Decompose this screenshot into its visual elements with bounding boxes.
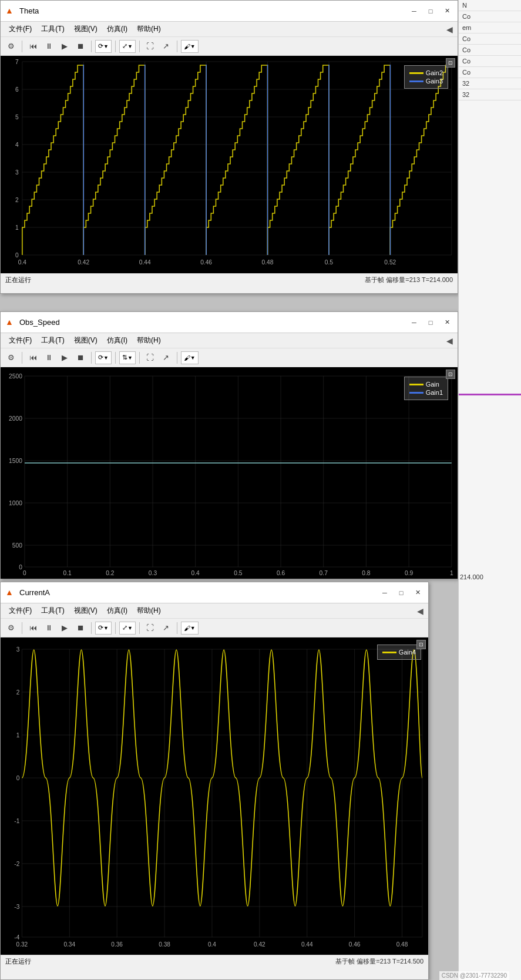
theta-menu-help[interactable]: 帮助(H) xyxy=(133,23,164,35)
currenta-menu-sim[interactable]: 仿真(I) xyxy=(103,605,131,617)
theta-nav-dropdown[interactable]: ⤢▼ xyxy=(119,40,136,53)
obs-window-controls: ─ □ ✕ xyxy=(408,317,453,328)
theta-window-controls: ─ □ ✕ xyxy=(408,6,453,16)
currenta-play-btn[interactable]: ▶ xyxy=(58,621,72,635)
obs-close-btn[interactable]: ✕ xyxy=(441,317,453,328)
obs-title: Obs_Speed xyxy=(19,318,408,327)
theta-close-btn[interactable]: ✕ xyxy=(441,6,453,16)
currenta-close-btn[interactable]: ✕ xyxy=(412,588,423,598)
svg-text:-2: -2 xyxy=(14,861,19,867)
obs-legend-gain1: Gain1 xyxy=(409,389,443,396)
currenta-rewind-btn[interactable]: ⏮ xyxy=(26,621,40,635)
obs-sep4 xyxy=(139,352,140,364)
theta-title: Theta xyxy=(19,6,408,15)
currenta-expand-btn[interactable]: ⊡ xyxy=(416,640,426,649)
svg-text:2000: 2000 xyxy=(9,415,22,422)
sidebar-accent-line xyxy=(459,394,521,395)
svg-text:0.42: 0.42 xyxy=(254,941,265,948)
obs-title-bar: ▲ Obs_Speed ─ □ ✕ xyxy=(1,312,458,333)
currenta-fit-btn[interactable]: ⛶ xyxy=(143,621,157,635)
sidebar-item-n: N xyxy=(459,0,521,11)
obs-menu-sim[interactable]: 仿真(I) xyxy=(103,334,131,347)
obs-play-btn[interactable]: ▶ xyxy=(58,351,72,365)
theta-pause-btn[interactable]: ⏸ xyxy=(42,39,56,53)
theta-maximize-btn[interactable]: □ xyxy=(425,6,436,16)
currenta-style-dropdown[interactable]: 🖌▼ xyxy=(181,622,199,635)
currenta-source-dropdown[interactable]: ⟳▼ xyxy=(95,622,112,635)
currenta-menu-help[interactable]: 帮助(H) xyxy=(133,605,164,617)
currenta-svg-plot: 3 2 1 0 -1 -2 -3 -4 0.32 0.34 0.36 0.38 … xyxy=(1,637,428,955)
obs-expand-btn[interactable]: ⊡ xyxy=(446,370,455,379)
svg-rect-74 xyxy=(1,637,428,955)
obs-menu-file[interactable]: 文件(F) xyxy=(5,334,35,347)
theta-rewind-btn[interactable]: ⏮ xyxy=(26,39,40,53)
currenta-cursor-btn[interactable]: ↗ xyxy=(159,621,173,635)
obs-rewind-btn[interactable]: ⏮ xyxy=(26,351,40,365)
currenta-stop-btn[interactable]: ⏹ xyxy=(73,621,88,635)
theta-title-bar: ▲ Theta ─ □ ✕ xyxy=(1,1,458,22)
obs-pause-btn[interactable]: ⏸ xyxy=(42,351,56,365)
theta-legend-gain2: Gain2 xyxy=(409,69,443,76)
theta-stop-btn[interactable]: ⏹ xyxy=(73,39,88,53)
svg-text:0: 0 xyxy=(16,775,20,781)
obs-fit-btn[interactable]: ⛶ xyxy=(143,351,157,365)
theta-menu-tools[interactable]: 工具(T) xyxy=(38,23,68,35)
currenta-menu-file[interactable]: 文件(F) xyxy=(5,605,35,617)
currenta-menu-view[interactable]: 视图(V) xyxy=(70,605,101,617)
svg-text:1000: 1000 xyxy=(9,500,22,506)
obs-cursor-btn[interactable]: ↗ xyxy=(159,351,173,365)
svg-text:0.4: 0.4 xyxy=(191,570,200,576)
svg-text:0.5: 0.5 xyxy=(234,570,243,576)
obs-settings-btn[interactable]: ⚙ xyxy=(4,351,18,365)
watermark: CSDN @2301-77732290 xyxy=(439,971,509,980)
obs-nav-dropdown[interactable]: ⇅▼ xyxy=(119,351,136,364)
theta-fit-btn[interactable]: ⛶ xyxy=(143,39,157,53)
svg-text:3: 3 xyxy=(15,169,19,176)
currenta-minimize-btn[interactable]: ─ xyxy=(379,588,391,598)
theta-plot-area: ⊡ Gain2 Gain3 xyxy=(1,56,458,273)
currenta-menu-arrow[interactable]: ◀ xyxy=(417,606,423,616)
svg-text:0: 0 xyxy=(19,564,22,570)
theta-menu-arrow[interactable]: ◀ xyxy=(446,25,453,34)
svg-text:-4: -4 xyxy=(14,934,19,941)
theta-expand-btn[interactable]: ⊡ xyxy=(446,58,455,68)
theta-play-btn[interactable]: ▶ xyxy=(58,39,72,53)
theta-settings-btn[interactable]: ⚙ xyxy=(4,39,18,53)
sidebar-item-co4: Co xyxy=(459,56,521,67)
theta-menu-view[interactable]: 视图(V) xyxy=(70,23,101,35)
svg-text:1500: 1500 xyxy=(9,458,22,464)
svg-rect-0 xyxy=(1,56,458,273)
theta-menu-sim[interactable]: 仿真(I) xyxy=(103,23,131,35)
currenta-maximize-btn[interactable]: □ xyxy=(395,588,407,598)
obs-menu-help[interactable]: 帮助(H) xyxy=(133,334,164,347)
obs-maximize-btn[interactable]: □ xyxy=(425,317,436,328)
currenta-window: ▲ CurrentA ─ □ ✕ 文件(F) 工具(T) 视图(V) 仿真(I)… xyxy=(0,582,429,980)
obs-stop-btn[interactable]: ⏹ xyxy=(73,351,88,365)
currenta-menu-tools[interactable]: 工具(T) xyxy=(38,605,68,617)
theta-svg-plot: 7 6 5 4 3 2 1 0 0.4 0.42 0.44 0.46 0.48 … xyxy=(1,56,458,273)
svg-text:1: 1 xyxy=(16,732,20,739)
sidebar-item-32a: 32 xyxy=(459,78,521,89)
obs-menu-tools[interactable]: 工具(T) xyxy=(38,334,68,347)
sep4 xyxy=(139,41,140,52)
obs-source-dropdown[interactable]: ⟳▼ xyxy=(95,351,112,364)
theta-menu-file[interactable]: 文件(F) xyxy=(5,23,35,35)
svg-text:6: 6 xyxy=(15,86,19,93)
currenta-pause-btn[interactable]: ⏸ xyxy=(42,621,56,635)
currenta-toolbar: ⚙ ⏮ ⏸ ▶ ⏹ ⟳▼ ⤢▼ ⛶ ↗ 🖌▼ xyxy=(1,619,428,637)
currenta-nav-dropdown[interactable]: ⤢▼ xyxy=(119,622,136,635)
obs-minimize-btn[interactable]: ─ xyxy=(408,317,420,328)
theta-minimize-btn[interactable]: ─ xyxy=(408,6,420,16)
obs-menu-view[interactable]: 视图(V) xyxy=(70,334,101,347)
obs-menu-bar: 文件(F) 工具(T) 视图(V) 仿真(I) 帮助(H) ◀ xyxy=(1,333,458,348)
svg-text:0.3: 0.3 xyxy=(149,570,157,576)
obs-toolbar: ⚙ ⏮ ⏸ ▶ ⏹ ⟳▼ ⇅▼ ⛶ ↗ 🖌▼ xyxy=(1,348,458,367)
currenta-settings-btn[interactable]: ⚙ xyxy=(4,621,18,635)
theta-cursor-btn[interactable]: ↗ xyxy=(159,39,173,53)
theta-source-dropdown[interactable]: ⟳▼ xyxy=(95,40,112,53)
sidebar-t-value: 214.000 xyxy=(460,573,483,580)
theta-style-dropdown[interactable]: 🖌▼ xyxy=(181,40,199,53)
currenta-legend: Gain4 xyxy=(377,645,421,660)
obs-menu-arrow[interactable]: ◀ xyxy=(446,336,453,345)
obs-style-dropdown[interactable]: 🖌▼ xyxy=(181,351,199,364)
